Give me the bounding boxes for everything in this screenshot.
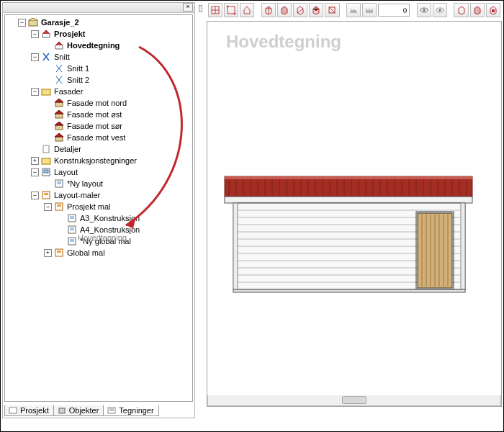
svg-rect-15 [57,204,61,207]
svg-rect-0 [29,20,37,26]
tree-global-mal[interactable]: + Global mal [5,247,192,258]
collapse-toggle[interactable]: − [31,168,39,176]
cube-group-3-button[interactable] [486,3,500,17]
tree-snitt-item[interactable]: Snitt 2 [5,74,192,86]
tab-tegninger[interactable]: Tegninger [103,405,158,416]
tree-label: Global mal [67,247,105,258]
collapse-toggle[interactable]: − [31,53,39,61]
tree-template-item[interactable]: A3_Konstruksjon [5,212,192,224]
tree-label: *Ny layout [67,178,103,189]
tree-label: Snitt 1 [67,63,89,74]
cube-view-4-button[interactable] [309,3,323,17]
ruler-inc-button[interactable] [362,3,377,17]
collapse-toggle[interactable]: − [18,19,26,27]
svg-rect-36 [492,9,495,12]
tab-label: Tegninger [119,406,153,415]
panel-close-button[interactable]: × [183,3,193,12]
tree-label: Hovedtegning [67,40,120,51]
layout-icon [66,225,78,235]
tree-label: Prosjekt [54,28,85,40]
tab-objekter[interactable]: Objekter [53,405,104,416]
tree-fasade-item[interactable]: Fasade mot nord [5,97,192,109]
tree-label: A3_Konstruksjon [80,212,140,224]
svg-rect-1 [42,89,50,95]
project-tree[interactable]: − Garasje_2 − Prosjekt Hovedtegning − Sn… [4,14,193,402]
view-grid-button[interactable] [208,3,222,17]
collapse-toggle[interactable]: − [44,203,52,211]
tree-snitt-item[interactable]: Snitt 1 [5,63,192,74]
tree-label: Fasade mot vest [67,132,125,143]
svg-point-35 [438,9,441,12]
tree-label: Prosjekt mal [67,201,111,212]
template-icon [53,248,65,258]
tree-konstruksjon[interactable]: + Konstruksjonstegninger [5,155,192,166]
cube-group-2-button[interactable] [470,3,485,17]
tree-prosjekt[interactable]: − Prosjekt [5,28,192,40]
svg-rect-87 [461,203,465,289]
ruler-dec-button[interactable] [346,3,361,17]
panel-splitter[interactable] [197,2,205,418]
expand-toggle[interactable]: + [31,157,39,165]
svg-point-33 [423,9,425,12]
view-eye-dash-button[interactable] [433,3,447,17]
expand-toggle[interactable]: + [44,249,52,257]
tree-root[interactable]: − Garasje_2 [5,17,192,28]
svg-rect-9 [44,170,48,173]
tree-layout-item[interactable]: *Ny layout [5,178,192,189]
tree-label: Fasader [54,86,83,97]
tree-snitt[interactable]: − Snitt [5,51,192,63]
collapse-toggle[interactable]: − [31,88,39,96]
tree-fasade-item[interactable]: Fasade mot øst [5,109,192,120]
canvas-horizontal-scrollbar[interactable] [207,395,501,406]
house-red-icon [53,109,65,120]
collapse-toggle[interactable]: − [31,192,39,199]
svg-rect-11 [57,181,61,184]
drawing-icon [107,406,117,415]
house-icon [53,40,65,50]
tree-layout-maler[interactable]: − Layout-maler [5,189,192,201]
collapse-toggle[interactable]: − [31,30,39,38]
layout-icon [40,167,52,177]
svg-rect-7 [42,158,50,164]
svg-rect-5 [55,137,63,141]
tree-hovedtegning[interactable]: Hovedtegning [5,40,192,51]
panel-tabs: Prosjekt Objekter Tegninger [4,403,193,416]
template-icon [53,202,65,212]
drawing-canvas[interactable]: Hovedtegning [207,21,502,407]
scrollbar-thumb[interactable] [342,396,366,404]
tree-detaljer[interactable]: Detaljer [5,143,192,155]
section-icon [53,75,65,85]
tree-template-item[interactable]: *Ny global mal [5,235,192,247]
tab-prosjekt[interactable]: Prosjekt [4,405,54,416]
svg-rect-3 [55,114,63,118]
house-red-icon [53,132,65,143]
tree-fasade-item[interactable]: Fasade mot sør [5,120,192,132]
svg-rect-97 [233,289,465,292]
tree-fasade-item[interactable]: Fasade mot vest [5,132,192,143]
cube-group-1-button[interactable] [454,3,468,17]
tree-layout[interactable]: − Layout [5,166,192,178]
template-icon [40,190,52,200]
svg-point-29 [227,6,229,8]
tree-fasader[interactable]: − Fasader [5,86,192,97]
page-icon [40,144,52,154]
tree-label: *Ny global mal [80,235,131,247]
section-icon [53,63,65,73]
toolbar-numeric-input[interactable] [378,4,410,17]
cube-view-3-button[interactable] [293,3,307,17]
tree-template-item[interactable]: A4_Konstruksjon [5,224,192,235]
tree-label: Fasade mot sør [67,120,122,132]
cube-view-5-button[interactable] [325,3,339,17]
svg-rect-21 [70,239,74,242]
cube-view-1-button[interactable] [261,3,276,17]
view-house-button[interactable] [240,3,254,17]
house-icon [40,29,52,39]
cube-view-2-button[interactable] [277,3,292,17]
tree-prosjekt-mal[interactable]: − Prosjekt mal [5,201,192,212]
svg-rect-73 [225,197,472,203]
svg-point-30 [234,13,236,15]
layout-icon [53,179,65,189]
panel-titlebar: × [3,3,194,13]
view-edges-button[interactable] [224,3,238,17]
view-eye-button[interactable] [417,3,431,17]
